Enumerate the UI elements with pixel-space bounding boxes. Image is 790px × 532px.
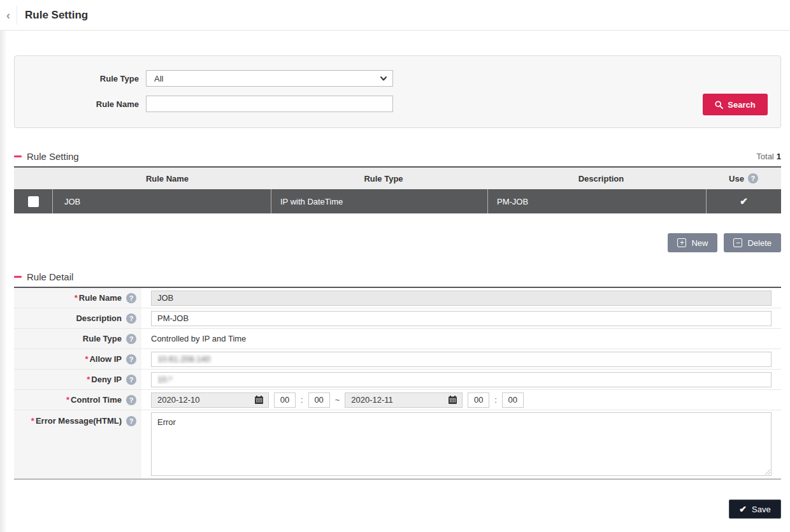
back-chevron-icon[interactable]: ‹ [0, 9, 17, 21]
rule-name-input[interactable] [151, 291, 772, 306]
start-date-input[interactable]: 2020-12-10 [151, 392, 269, 408]
control-time-field-label: *Control Time ? [14, 390, 141, 410]
rule-type-label: Rule Type [15, 74, 146, 83]
calendar-icon[interactable] [448, 395, 457, 405]
cell-rule-name: JOB [52, 189, 271, 213]
rule-type-help-icon[interactable]: ? [126, 334, 136, 344]
table-header-row: Rule Name Rule Type Description Use ? [14, 168, 781, 189]
page-title: Rule Setting [25, 9, 88, 22]
allow-ip-label-text: Allow IP [89, 354, 122, 364]
start-minute-input[interactable] [308, 392, 330, 408]
main-content: Rule Type All Rule Name Search Rule Sett… [0, 55, 790, 519]
rule-setting-section-head: Rule Setting Total1 [14, 151, 781, 162]
left-gutter [0, 31, 6, 532]
rule-type-select-wrap: All [146, 70, 393, 87]
control-time-label-text: Control Time [71, 395, 122, 405]
header-rule-type: Rule Type [271, 174, 487, 183]
deny-ip-label-text: Deny IP [91, 375, 122, 384]
end-minute-input[interactable] [502, 392, 524, 408]
description-field-value [141, 311, 781, 326]
start-date-value: 2020-12-10 [157, 395, 200, 405]
use-help-icon[interactable]: ? [748, 173, 758, 183]
description-field-row: Description ? [14, 308, 781, 329]
rule-detail-section-head: Rule Detail [14, 271, 781, 282]
time-colon: : [301, 395, 303, 405]
search-button[interactable]: Search [703, 94, 768, 115]
error-message-help-icon[interactable]: ? [126, 416, 136, 426]
error-message-field-row: *Error Message(HTML) ? Error [14, 410, 781, 478]
row-checkbox[interactable] [28, 196, 39, 207]
rule-type-field-label: Rule Type ? [14, 329, 141, 349]
required-marker: * [31, 416, 34, 426]
rule-setting-section-title: Rule Setting [27, 151, 79, 162]
error-message-textarea[interactable]: Error [151, 412, 772, 476]
error-message-label-text: Error Message(HTML) [36, 416, 122, 426]
top-bar: ‹ Rule Setting [0, 0, 790, 31]
section-dash-icon [14, 155, 22, 157]
section-dash-icon [14, 276, 22, 278]
rule-setting-table: Rule Name Rule Type Description Use ? JO… [14, 166, 781, 213]
rule-name-row: Rule Name [15, 96, 780, 112]
save-button[interactable]: ✔ Save [729, 500, 781, 519]
calendar-icon[interactable] [254, 395, 264, 405]
table-row[interactable]: JOB IP with DateTime PM-JOB ✔ [14, 189, 781, 213]
header-use: Use ? [706, 173, 781, 183]
rule-name-search-input[interactable] [146, 96, 393, 112]
start-hour-input[interactable] [274, 392, 296, 408]
allow-ip-input[interactable] [151, 352, 772, 367]
table-actions: + New − Delete [14, 233, 781, 252]
error-message-textarea-wrap: Error [151, 412, 772, 476]
rule-name-help-icon[interactable]: ? [126, 293, 136, 303]
deny-ip-help-icon[interactable]: ? [126, 375, 136, 385]
total-count: 1 [777, 152, 781, 161]
rule-detail-section-title: Rule Detail [27, 271, 73, 282]
rule-name-field-label: *Rule Name ? [14, 288, 141, 308]
new-button-label: New [691, 238, 708, 248]
allow-ip-field-label: *Allow IP ? [14, 349, 141, 369]
search-icon [715, 101, 723, 109]
delete-button[interactable]: − Delete [724, 233, 781, 252]
rule-type-row: Rule Type All [15, 70, 780, 87]
control-time-help-icon[interactable]: ? [126, 395, 136, 405]
search-panel: Rule Type All Rule Name Search [14, 55, 781, 128]
control-time-field-value: 2020-12-10 : ~ 2020-12-11 : [141, 392, 781, 408]
end-date-value: 2020-12-11 [351, 395, 393, 405]
save-button-label: Save [752, 505, 771, 514]
time-colon: : [494, 395, 497, 405]
description-help-icon[interactable]: ? [126, 313, 136, 324]
description-field-label: Description ? [14, 308, 141, 328]
deny-ip-field-row: *Deny IP ? [14, 370, 781, 390]
plus-icon: + [677, 238, 686, 247]
rule-type-label-text: Rule Type [83, 334, 122, 343]
required-marker: * [75, 293, 78, 303]
minus-icon: − [733, 238, 742, 247]
rule-name-label: Rule Name [15, 99, 146, 109]
allow-ip-help-icon[interactable]: ? [126, 354, 136, 364]
rule-type-field-value: Controlled by IP and Time [141, 334, 781, 343]
required-marker: * [85, 354, 88, 364]
control-time-controls: 2020-12-10 : ~ 2020-12-11 : [151, 392, 772, 408]
deny-ip-field-value [141, 372, 781, 387]
deny-ip-field-label: *Deny IP ? [14, 370, 141, 389]
header-use-label: Use [729, 174, 744, 183]
save-row: ✔ Save [14, 500, 781, 519]
end-hour-input[interactable] [468, 392, 489, 408]
header-rule-name: Rule Name [52, 174, 271, 183]
rule-type-text: Controlled by IP and Time [151, 334, 246, 343]
control-time-field-row: *Control Time ? 2020-12-10 : ~ 2020-12-1… [14, 390, 781, 410]
cell-rule-type: IP with DateTime [271, 189, 487, 213]
use-check-icon: ✔ [740, 196, 748, 207]
description-label-text: Description [76, 313, 122, 323]
required-marker: * [87, 375, 90, 384]
total-label: Total [756, 152, 773, 161]
rule-type-select[interactable]: All [146, 70, 393, 87]
description-input[interactable] [151, 311, 772, 326]
allow-ip-field-row: *Allow IP ? [14, 349, 781, 370]
end-date-input[interactable]: 2020-12-11 [345, 392, 463, 408]
topbar-divider [17, 6, 17, 25]
rule-detail-form: *Rule Name ? Description ? Rule Type ? C… [14, 287, 781, 480]
new-button[interactable]: + New [668, 233, 717, 252]
rule-type-field-row: Rule Type ? Controlled by IP and Time [14, 329, 781, 349]
total-indicator: Total1 [756, 152, 781, 161]
deny-ip-input[interactable] [151, 372, 772, 387]
